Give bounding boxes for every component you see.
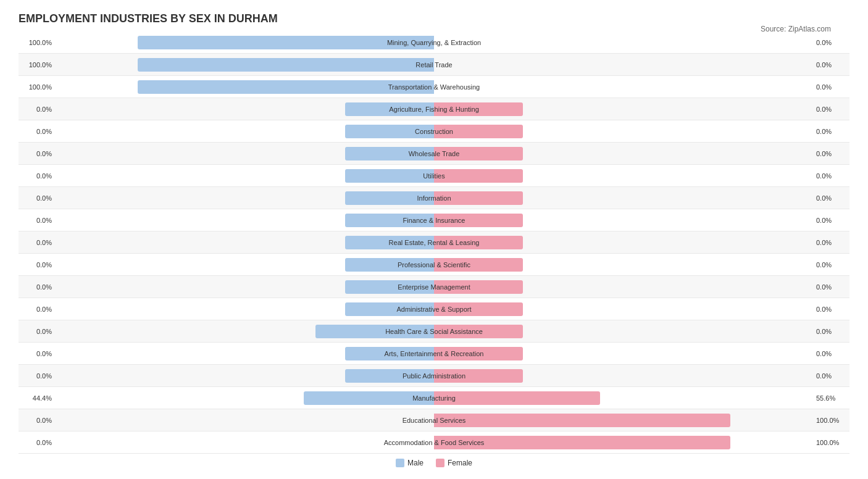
male-bar-container xyxy=(56,80,434,94)
bars-area: Public Administration xyxy=(56,365,812,386)
female-value: 0.0% xyxy=(812,328,849,335)
female-value: 0.0% xyxy=(812,128,849,135)
male-value: 0.0% xyxy=(19,283,56,291)
female-bar-container xyxy=(434,325,812,338)
industry-label: Utilities xyxy=(423,172,444,180)
female-bar-container xyxy=(434,147,812,160)
female-bar-container xyxy=(434,258,812,272)
male-value: 0.0% xyxy=(19,128,56,135)
female-bar-container xyxy=(434,80,812,94)
male-value: 0.0% xyxy=(19,239,56,246)
male-bar xyxy=(138,58,434,72)
bars-area: Manufacturing xyxy=(56,387,812,409)
female-value: 0.0% xyxy=(812,306,849,313)
female-value: 0.0% xyxy=(812,39,849,46)
male-bar-container xyxy=(56,347,434,360)
male-bar-container xyxy=(56,191,434,205)
bars-area: Wholesale Trade xyxy=(56,143,812,164)
industry-label: Professional & Scientific xyxy=(398,261,470,269)
male-value: 0.0% xyxy=(19,194,56,202)
female-value: 0.0% xyxy=(812,83,849,91)
legend-male: Male xyxy=(396,459,424,467)
industry-label: Health Care & Social Assistance xyxy=(385,328,483,335)
legend-female-icon xyxy=(436,459,444,467)
bars-area: Utilities xyxy=(56,165,812,186)
female-bar-container xyxy=(434,302,812,316)
female-value: 0.0% xyxy=(812,61,849,69)
male-value: 100.0% xyxy=(19,83,56,91)
female-value: 0.0% xyxy=(812,372,849,380)
female-bar-container xyxy=(434,280,812,294)
bars-area: Transportation & Warehousing xyxy=(56,76,812,98)
female-bar-container xyxy=(434,214,812,227)
chart-row: 0.0%Professional & Scientific0.0% xyxy=(19,254,849,276)
chart-row: 0.0%Public Administration0.0% xyxy=(19,365,849,387)
bars-area: Agriculture, Fishing & Hunting xyxy=(56,98,812,120)
female-value: 0.0% xyxy=(812,239,849,246)
industry-label: Manufacturing xyxy=(412,394,456,402)
chart-row: 0.0%Enterprise Management0.0% xyxy=(19,276,849,298)
bars-area: Finance & Insurance xyxy=(56,209,812,231)
chart-row: 100.0%Retail Trade0.0% xyxy=(19,54,849,76)
male-bar-container xyxy=(56,214,434,227)
industry-label: Agriculture, Fishing & Hunting xyxy=(389,106,479,113)
female-bar-container xyxy=(434,236,812,249)
industry-label: Wholesale Trade xyxy=(409,150,460,157)
male-value: 44.4% xyxy=(19,394,56,402)
legend-female: Female xyxy=(436,459,472,467)
female-bar-container xyxy=(434,436,812,449)
bars-area: Accommodation & Food Services xyxy=(56,431,812,453)
industry-label: Retail Trade xyxy=(415,61,452,69)
male-bar-container xyxy=(56,258,434,272)
male-value: 0.0% xyxy=(19,417,56,424)
male-bar-container xyxy=(56,36,434,49)
chart-title: EMPLOYMENT INDUSTRIES BY SEX IN DURHAM xyxy=(19,12,849,25)
male-value: 0.0% xyxy=(19,172,56,180)
chart-container: 100.0%Mining, Quarrying, & Extraction0.0… xyxy=(19,31,849,454)
chart-row: 0.0%Arts, Entertainment & Recreation0.0% xyxy=(19,343,849,365)
female-value: 0.0% xyxy=(812,217,849,224)
female-bar-container xyxy=(434,36,812,49)
industry-label: Information xyxy=(417,194,451,202)
legend-male-icon xyxy=(396,459,404,467)
female-value: 0.0% xyxy=(812,194,849,202)
female-value: 100.0% xyxy=(812,417,849,424)
female-value: 0.0% xyxy=(812,106,849,113)
industry-label: Mining, Quarrying, & Extraction xyxy=(387,39,481,46)
industry-label: Educational Services xyxy=(403,417,466,424)
industry-label: Accommodation & Food Services xyxy=(384,439,485,446)
male-bar-container xyxy=(56,325,434,338)
male-value: 100.0% xyxy=(19,61,56,69)
chart-row: 100.0%Transportation & Warehousing0.0% xyxy=(19,76,849,98)
male-value: 0.0% xyxy=(19,306,56,313)
female-bar xyxy=(434,169,523,183)
chart-row: 0.0%Administrative & Support0.0% xyxy=(19,298,849,320)
male-bar-container xyxy=(56,436,434,449)
legend-female-label: Female xyxy=(448,459,472,467)
female-value: 0.0% xyxy=(812,283,849,291)
male-value: 0.0% xyxy=(19,439,56,446)
male-bar-container xyxy=(56,125,434,138)
bars-area: Arts, Entertainment & Recreation xyxy=(56,343,812,364)
chart-row: 0.0%Finance & Insurance0.0% xyxy=(19,209,849,231)
bars-area: Mining, Quarrying, & Extraction xyxy=(56,31,812,53)
bars-area: Construction xyxy=(56,120,812,142)
female-bar-container xyxy=(434,347,812,360)
male-bar xyxy=(345,169,434,183)
chart-row: 0.0%Educational Services100.0% xyxy=(19,409,849,431)
bars-area: Professional & Scientific xyxy=(56,254,812,275)
industry-label: Construction xyxy=(415,128,453,135)
industry-label: Finance & Insurance xyxy=(403,217,465,224)
female-value: 0.0% xyxy=(812,350,849,357)
female-bar-container xyxy=(434,391,812,405)
bars-area: Real Estate, Rental & Leasing xyxy=(56,231,812,253)
male-value: 0.0% xyxy=(19,106,56,113)
male-bar-container xyxy=(56,58,434,72)
male-bar-container xyxy=(56,169,434,183)
male-bar-container xyxy=(56,302,434,316)
female-bar xyxy=(434,414,730,427)
male-bar-container xyxy=(56,147,434,160)
female-bar xyxy=(434,391,600,405)
bars-area: Enterprise Management xyxy=(56,276,812,298)
male-value: 100.0% xyxy=(19,39,56,46)
